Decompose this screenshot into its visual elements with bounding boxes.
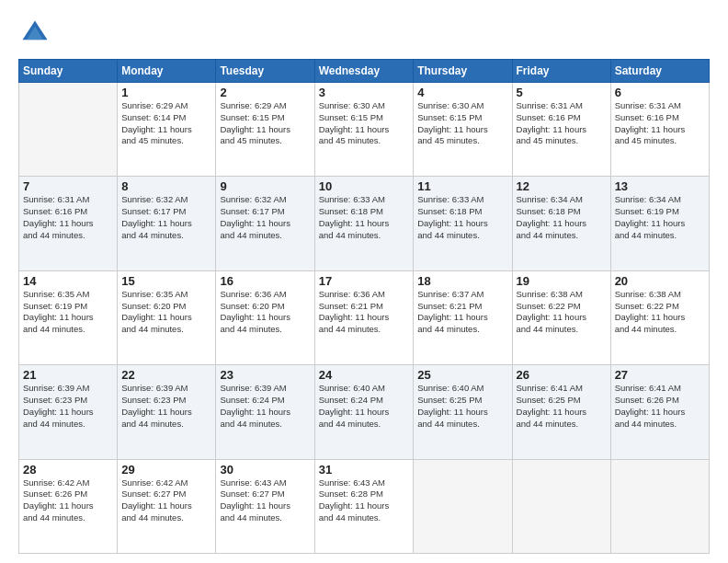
day-info: Sunrise: 6:41 AM Sunset: 6:26 PM Dayligh… <box>615 383 705 430</box>
day-info: Sunrise: 6:41 AM Sunset: 6:25 PM Dayligh… <box>517 383 607 430</box>
day-info: Sunrise: 6:34 AM Sunset: 6:19 PM Dayligh… <box>615 194 705 241</box>
calendar-day-cell <box>19 83 118 177</box>
calendar-day-cell <box>512 459 610 553</box>
calendar-day-cell: 28Sunrise: 6:42 AM Sunset: 6:26 PM Dayli… <box>19 459 118 553</box>
day-number: 5 <box>517 86 607 99</box>
day-info: Sunrise: 6:38 AM Sunset: 6:22 PM Dayligh… <box>615 289 705 336</box>
calendar-day-cell: 15Sunrise: 6:35 AM Sunset: 6:20 PM Dayli… <box>118 270 216 364</box>
calendar-table: SundayMondayTuesdayWednesdayThursdayFrid… <box>18 59 710 554</box>
day-info: Sunrise: 6:39 AM Sunset: 6:23 PM Dayligh… <box>121 383 211 430</box>
calendar-day-cell: 3Sunrise: 6:30 AM Sunset: 6:15 PM Daylig… <box>314 83 414 177</box>
day-number: 30 <box>220 463 310 477</box>
calendar-day-cell: 13Sunrise: 6:34 AM Sunset: 6:19 PM Dayli… <box>610 177 709 270</box>
day-number: 24 <box>319 368 410 382</box>
calendar-week-row: 21Sunrise: 6:39 AM Sunset: 6:23 PM Dayli… <box>19 365 710 459</box>
day-number: 2 <box>220 86 310 99</box>
day-info: Sunrise: 6:31 AM Sunset: 6:16 PM Dayligh… <box>615 100 705 147</box>
day-info: Sunrise: 6:30 AM Sunset: 6:15 PM Dayligh… <box>417 100 507 147</box>
calendar-week-row: 14Sunrise: 6:35 AM Sunset: 6:19 PM Dayli… <box>19 270 710 364</box>
day-info: Sunrise: 6:42 AM Sunset: 6:26 PM Dayligh… <box>23 477 113 524</box>
day-info: Sunrise: 6:31 AM Sunset: 6:16 PM Dayligh… <box>517 100 607 147</box>
day-number: 14 <box>23 274 113 288</box>
calendar-day-cell: 14Sunrise: 6:35 AM Sunset: 6:19 PM Dayli… <box>19 270 118 364</box>
day-info: Sunrise: 6:40 AM Sunset: 6:25 PM Dayligh… <box>417 383 507 430</box>
day-number: 25 <box>417 368 507 382</box>
day-number: 12 <box>517 179 607 193</box>
calendar-day-cell <box>610 459 709 553</box>
calendar-day-cell: 12Sunrise: 6:34 AM Sunset: 6:18 PM Dayli… <box>512 177 610 270</box>
day-number: 4 <box>417 86 507 99</box>
day-number: 3 <box>319 86 410 99</box>
calendar-day-cell: 1Sunrise: 6:29 AM Sunset: 6:14 PM Daylig… <box>118 83 216 177</box>
calendar-day-cell: 17Sunrise: 6:36 AM Sunset: 6:21 PM Dayli… <box>314 270 414 364</box>
calendar-day-cell: 10Sunrise: 6:33 AM Sunset: 6:18 PM Dayli… <box>314 177 414 270</box>
calendar-day-cell <box>414 459 512 553</box>
day-number: 1 <box>121 86 211 99</box>
calendar-day-cell: 29Sunrise: 6:42 AM Sunset: 6:27 PM Dayli… <box>118 459 216 553</box>
day-number: 9 <box>220 179 310 193</box>
calendar-day-cell: 24Sunrise: 6:40 AM Sunset: 6:24 PM Dayli… <box>314 365 414 459</box>
calendar-day-cell: 22Sunrise: 6:39 AM Sunset: 6:23 PM Dayli… <box>118 365 216 459</box>
day-number: 22 <box>121 368 211 382</box>
weekday-header-saturday: Saturday <box>610 60 709 83</box>
day-info: Sunrise: 6:30 AM Sunset: 6:15 PM Dayligh… <box>319 100 410 147</box>
day-number: 27 <box>615 368 705 382</box>
header <box>18 17 710 50</box>
day-info: Sunrise: 6:32 AM Sunset: 6:17 PM Dayligh… <box>121 194 211 241</box>
calendar-week-row: 1Sunrise: 6:29 AM Sunset: 6:14 PM Daylig… <box>19 83 710 177</box>
weekday-header-sunday: Sunday <box>19 60 118 83</box>
day-info: Sunrise: 6:43 AM Sunset: 6:27 PM Dayligh… <box>220 477 310 524</box>
calendar-week-row: 28Sunrise: 6:42 AM Sunset: 6:26 PM Dayli… <box>19 459 710 553</box>
day-info: Sunrise: 6:37 AM Sunset: 6:21 PM Dayligh… <box>417 289 507 336</box>
day-number: 26 <box>517 368 607 382</box>
day-number: 15 <box>121 274 211 288</box>
calendar-day-cell: 9Sunrise: 6:32 AM Sunset: 6:17 PM Daylig… <box>216 177 314 270</box>
day-number: 7 <box>23 179 113 193</box>
day-info: Sunrise: 6:35 AM Sunset: 6:19 PM Dayligh… <box>23 289 113 336</box>
day-number: 31 <box>319 463 410 477</box>
day-info: Sunrise: 6:29 AM Sunset: 6:15 PM Dayligh… <box>220 100 310 147</box>
calendar-day-cell: 7Sunrise: 6:31 AM Sunset: 6:16 PM Daylig… <box>19 177 118 270</box>
calendar-day-cell: 11Sunrise: 6:33 AM Sunset: 6:18 PM Dayli… <box>414 177 512 270</box>
calendar-day-cell: 18Sunrise: 6:37 AM Sunset: 6:21 PM Dayli… <box>414 270 512 364</box>
calendar-day-cell: 23Sunrise: 6:39 AM Sunset: 6:24 PM Dayli… <box>216 365 314 459</box>
day-number: 23 <box>220 368 310 382</box>
day-info: Sunrise: 6:32 AM Sunset: 6:17 PM Dayligh… <box>220 194 310 241</box>
day-number: 8 <box>121 179 211 193</box>
calendar-day-cell: 19Sunrise: 6:38 AM Sunset: 6:22 PM Dayli… <box>512 270 610 364</box>
day-number: 18 <box>417 274 507 288</box>
day-info: Sunrise: 6:35 AM Sunset: 6:20 PM Dayligh… <box>121 289 211 336</box>
calendar-day-cell: 2Sunrise: 6:29 AM Sunset: 6:15 PM Daylig… <box>216 83 314 177</box>
day-info: Sunrise: 6:43 AM Sunset: 6:28 PM Dayligh… <box>319 477 410 524</box>
day-info: Sunrise: 6:40 AM Sunset: 6:24 PM Dayligh… <box>319 383 410 430</box>
weekday-header-monday: Monday <box>118 60 216 83</box>
calendar-day-cell: 31Sunrise: 6:43 AM Sunset: 6:28 PM Dayli… <box>314 459 414 553</box>
calendar-day-cell: 8Sunrise: 6:32 AM Sunset: 6:17 PM Daylig… <box>118 177 216 270</box>
calendar-day-cell: 16Sunrise: 6:36 AM Sunset: 6:20 PM Dayli… <box>216 270 314 364</box>
day-number: 29 <box>121 463 211 477</box>
day-info: Sunrise: 6:33 AM Sunset: 6:18 PM Dayligh… <box>417 194 507 241</box>
weekday-header-friday: Friday <box>512 60 610 83</box>
weekday-header-tuesday: Tuesday <box>216 60 314 83</box>
day-number: 20 <box>615 274 705 288</box>
calendar-day-cell: 5Sunrise: 6:31 AM Sunset: 6:16 PM Daylig… <box>512 83 610 177</box>
day-number: 10 <box>319 179 410 193</box>
day-info: Sunrise: 6:33 AM Sunset: 6:18 PM Dayligh… <box>319 194 410 241</box>
day-info: Sunrise: 6:42 AM Sunset: 6:27 PM Dayligh… <box>121 477 211 524</box>
day-info: Sunrise: 6:31 AM Sunset: 6:16 PM Dayligh… <box>23 194 113 241</box>
day-info: Sunrise: 6:36 AM Sunset: 6:21 PM Dayligh… <box>319 289 410 336</box>
day-info: Sunrise: 6:29 AM Sunset: 6:14 PM Dayligh… <box>121 100 211 147</box>
calendar-day-cell: 26Sunrise: 6:41 AM Sunset: 6:25 PM Dayli… <box>512 365 610 459</box>
day-number: 6 <box>615 86 705 99</box>
day-number: 13 <box>615 179 705 193</box>
day-info: Sunrise: 6:39 AM Sunset: 6:24 PM Dayligh… <box>220 383 310 430</box>
calendar-day-cell: 6Sunrise: 6:31 AM Sunset: 6:16 PM Daylig… <box>610 83 709 177</box>
weekday-header-wednesday: Wednesday <box>314 60 414 83</box>
calendar-day-cell: 20Sunrise: 6:38 AM Sunset: 6:22 PM Dayli… <box>610 270 709 364</box>
calendar-day-cell: 30Sunrise: 6:43 AM Sunset: 6:27 PM Dayli… <box>216 459 314 553</box>
day-number: 28 <box>23 463 113 477</box>
calendar-week-row: 7Sunrise: 6:31 AM Sunset: 6:16 PM Daylig… <box>19 177 710 270</box>
day-info: Sunrise: 6:39 AM Sunset: 6:23 PM Dayligh… <box>23 383 113 430</box>
calendar-day-cell: 4Sunrise: 6:30 AM Sunset: 6:15 PM Daylig… <box>414 83 512 177</box>
day-number: 21 <box>23 368 113 382</box>
